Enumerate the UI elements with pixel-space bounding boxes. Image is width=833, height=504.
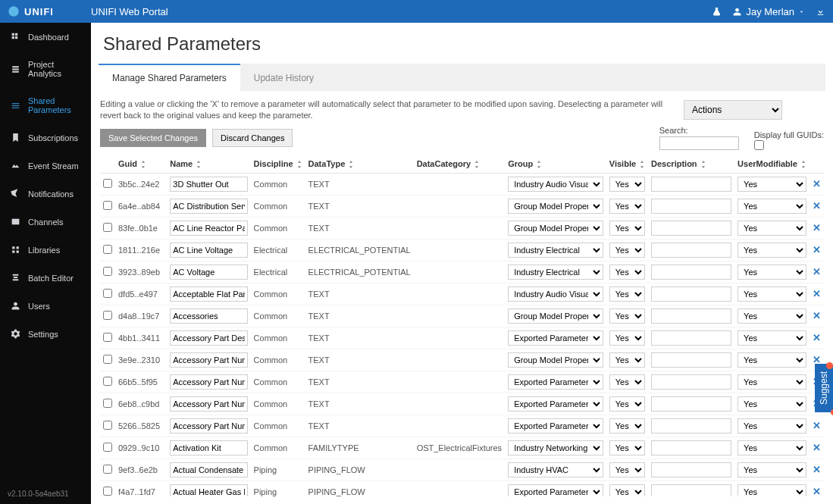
name-input[interactable] (170, 221, 247, 236)
group-select[interactable]: Exported Parameters (508, 396, 603, 412)
usermod-select[interactable]: Yes (737, 352, 806, 368)
usermod-select[interactable]: Yes (737, 286, 806, 302)
group-select[interactable]: Industry Electrical (508, 265, 603, 280)
group-select[interactable]: Exported Parameters (508, 484, 603, 496)
group-select[interactable]: Exported Parameters (508, 374, 603, 390)
row-checkbox[interactable] (103, 267, 112, 276)
row-checkbox[interactable] (103, 333, 112, 342)
usermod-select[interactable]: Yes (737, 330, 806, 346)
sidebar-item-dashboard[interactable]: Dashboard (0, 23, 91, 51)
row-checkbox[interactable] (103, 487, 112, 496)
name-input[interactable] (170, 418, 247, 434)
delete-row-button[interactable]: ✕ (810, 173, 824, 195)
name-input[interactable] (170, 396, 247, 412)
sidebar-item-project-analytics[interactable]: Project Analytics (0, 51, 91, 87)
row-checkbox[interactable] (103, 421, 112, 430)
name-input[interactable] (170, 352, 247, 368)
group-select[interactable]: Industry Audio Visual (508, 286, 603, 302)
visible-select[interactable]: Yes (609, 396, 645, 412)
col-description[interactable]: Description (651, 159, 697, 168)
delete-row-button[interactable]: ✕ (810, 481, 824, 496)
visible-select[interactable]: Yes (609, 330, 645, 346)
flask-icon[interactable] (712, 7, 722, 17)
row-checkbox[interactable] (103, 289, 112, 298)
description-input[interactable] (651, 286, 731, 302)
delete-row-button[interactable]: ✕ (810, 415, 824, 437)
name-input[interactable] (170, 243, 247, 258)
sidebar-item-libraries[interactable]: Libraries (0, 236, 91, 264)
description-input[interactable] (651, 177, 731, 192)
row-checkbox[interactable] (103, 355, 112, 364)
usermod-select[interactable]: Yes (737, 177, 806, 192)
visible-select[interactable]: Yes (609, 484, 645, 496)
usermod-select[interactable]: Yes (737, 221, 806, 236)
description-input[interactable] (651, 440, 731, 455)
visible-select[interactable]: Yes (609, 199, 645, 214)
row-checkbox[interactable] (103, 179, 112, 188)
sidebar-item-shared-parameters[interactable]: Shared Parameters (0, 87, 91, 124)
delete-row-button[interactable]: ✕ (810, 305, 824, 327)
sidebar-item-batch-editor[interactable]: Batch Editor (0, 264, 91, 292)
col-group[interactable]: Group (508, 159, 533, 168)
tab-update-history[interactable]: Update History (240, 64, 327, 91)
col-discipline[interactable]: Discipline (254, 159, 293, 168)
delete-row-button[interactable]: ✕ (810, 327, 824, 349)
visible-select[interactable]: Yes (609, 352, 645, 368)
row-checkbox[interactable] (103, 245, 112, 254)
name-input[interactable] (170, 330, 247, 346)
sidebar-item-event-stream[interactable]: Event Stream (0, 152, 91, 180)
group-select[interactable]: Industry Audio Visual (508, 177, 603, 192)
visible-select[interactable]: Yes (609, 286, 645, 302)
delete-row-button[interactable]: ✕ (810, 195, 824, 217)
group-select[interactable]: Industry Electrical (508, 243, 603, 258)
description-input[interactable] (651, 462, 731, 477)
row-checkbox[interactable] (103, 311, 112, 320)
description-input[interactable] (651, 308, 731, 324)
description-input[interactable] (651, 199, 731, 214)
actions-dropdown[interactable]: Actions (684, 100, 782, 120)
visible-select[interactable]: Yes (609, 177, 645, 192)
user-menu[interactable]: Jay Merlan (732, 6, 805, 17)
description-input[interactable] (651, 418, 731, 434)
group-select[interactable]: Industry HVAC (508, 462, 603, 477)
description-input[interactable] (651, 374, 731, 390)
delete-row-button[interactable]: ✕ (810, 437, 824, 459)
search-input[interactable] (659, 136, 739, 150)
name-input[interactable] (170, 308, 247, 324)
visible-select[interactable]: Yes (609, 462, 645, 477)
sidebar-item-notifications[interactable]: Notifications (0, 180, 91, 208)
name-input[interactable] (170, 440, 247, 455)
row-checkbox[interactable] (103, 201, 112, 210)
parameters-table-wrap[interactable]: Guid Name Discipline DataType DataCatego… (100, 155, 824, 496)
visible-select[interactable]: Yes (609, 265, 645, 280)
row-checkbox[interactable] (103, 443, 112, 452)
usermod-select[interactable]: Yes (737, 462, 806, 477)
col-guid[interactable]: Guid (118, 159, 137, 168)
save-button[interactable]: Save Selected Changes (100, 129, 206, 147)
suggest-button[interactable]: Suggest (815, 364, 833, 412)
usermod-select[interactable]: Yes (737, 440, 806, 455)
name-input[interactable] (170, 374, 247, 390)
description-input[interactable] (651, 330, 731, 346)
sidebar-item-channels[interactable]: Channels (0, 208, 91, 236)
visible-select[interactable]: Yes (609, 440, 645, 455)
col-datatype[interactable]: DataType (308, 159, 346, 168)
col-visible[interactable]: Visible (609, 159, 636, 168)
discard-button[interactable]: Discard Changes (212, 129, 293, 147)
visible-select[interactable]: Yes (609, 374, 645, 390)
group-select[interactable]: Group Model Properties (508, 199, 603, 214)
usermod-select[interactable]: Yes (737, 396, 806, 412)
col-datacategory[interactable]: DataCategory (417, 159, 471, 168)
usermod-select[interactable]: Yes (737, 199, 806, 214)
usermod-select[interactable]: Yes (737, 484, 806, 496)
delete-row-button[interactable]: ✕ (810, 217, 824, 239)
description-input[interactable] (651, 221, 731, 236)
row-checkbox[interactable] (103, 223, 112, 232)
usermod-select[interactable]: Yes (737, 243, 806, 258)
visible-select[interactable]: Yes (609, 221, 645, 236)
usermod-select[interactable]: Yes (737, 418, 806, 434)
usermod-select[interactable]: Yes (737, 374, 806, 390)
usermod-select[interactable]: Yes (737, 265, 806, 280)
name-input[interactable] (170, 199, 247, 214)
col-usermodifiable[interactable]: UserModifiable (737, 159, 797, 168)
